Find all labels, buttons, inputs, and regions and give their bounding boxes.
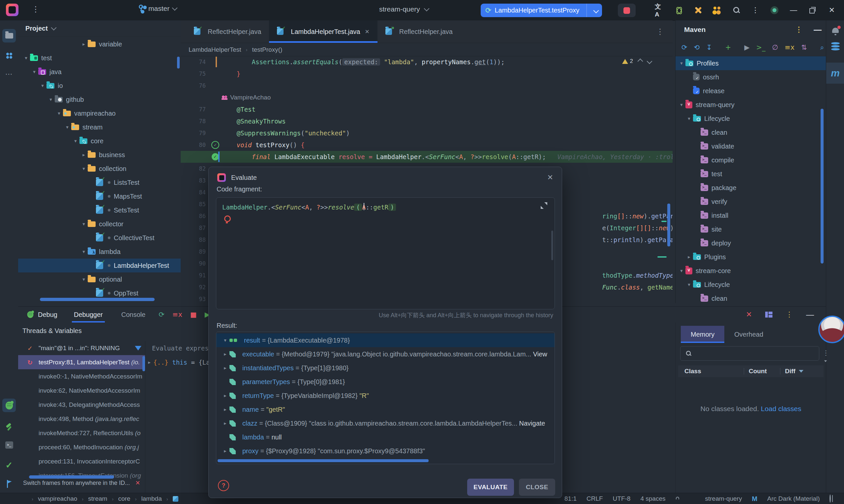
frames-vertical-scrollbar[interactable] xyxy=(142,356,145,371)
project-tree-item[interactable]: CollectiveTest xyxy=(18,231,181,245)
stack-frame-row[interactable]: invoke:498, Method (java.lang.reflec xyxy=(18,412,145,426)
project-tree-item[interactable]: SetsTest xyxy=(18,203,181,217)
line-number[interactable]: 84 xyxy=(181,186,209,198)
plugin-atom-icon[interactable] xyxy=(674,5,684,15)
project-horizontal-scrollbar[interactable] xyxy=(40,298,155,301)
input-scrollbar[interactable] xyxy=(551,231,553,260)
evaluate-button[interactable]: EVALUATE xyxy=(467,479,514,496)
debug-toolbar-icon[interactable]: ⟳ xyxy=(159,311,165,319)
statusbar-item[interactable]: UTF-8 xyxy=(613,495,631,502)
tree-chevron-icon[interactable]: ▾ xyxy=(685,282,693,288)
maven-toolbar-icon[interactable]: ∅ xyxy=(772,43,778,51)
result-tree-row[interactable]: lambda = null xyxy=(216,430,554,444)
main-menu-icon[interactable]: ⋮ xyxy=(32,5,39,14)
project-tree-item[interactable]: LambdaHelperTest xyxy=(18,258,181,272)
project-tree-item[interactable]: ▾ java xyxy=(18,65,181,79)
editor-tab[interactable]: ReflectHelper.java ✕ xyxy=(186,20,269,43)
project-tree-item[interactable]: ListsTest xyxy=(18,176,181,190)
result-tree-row[interactable]: ▸ proxy = {$Proxy9@1928} "com.sun.proxy.… xyxy=(216,444,554,458)
tree-chevron-icon[interactable]: ▾ xyxy=(47,96,55,103)
maven-tree-item[interactable]: ▸ Plugins xyxy=(675,250,826,264)
tree-chevron-icon[interactable]: ▾ xyxy=(677,102,685,108)
tree-chevron-icon[interactable]: ▾ xyxy=(63,124,71,130)
gutter-icon[interactable] xyxy=(212,153,219,160)
line-number[interactable]: 83 xyxy=(181,175,209,186)
maven-tree-item[interactable]: package xyxy=(675,181,826,195)
run-config-dropdown[interactable] xyxy=(590,6,602,14)
tree-chevron-icon[interactable]: ▾ xyxy=(221,337,229,343)
result-tree-row[interactable]: ▸ clazz = {Class@1909} "class io.github.… xyxy=(216,416,554,430)
translate-icon[interactable]: 文A xyxy=(655,5,665,15)
maven-toolbar-icon[interactable]: ↧ xyxy=(706,43,712,51)
project-switcher[interactable]: stream-query xyxy=(379,5,429,13)
statusbar-item[interactable]: 81:1 xyxy=(565,495,576,502)
maven-tree-item[interactable]: clean xyxy=(675,291,826,303)
maven-toolbar-icon[interactable]: ⟲ xyxy=(694,43,700,51)
breadcrumb-item[interactable]: lambda xyxy=(141,495,161,502)
gutter-icon[interactable] xyxy=(211,141,219,149)
project-tree-item[interactable]: MapsTest xyxy=(18,190,181,203)
line-number[interactable]: 89 xyxy=(181,246,209,257)
intention-bulb-icon[interactable] xyxy=(224,215,231,222)
maven-hide-icon[interactable]: — xyxy=(814,25,822,34)
stop-button[interactable] xyxy=(618,4,636,17)
record-icon[interactable] xyxy=(770,5,779,15)
run-configuration-button[interactable]: ⟳ LambdaHelperTest.testProxy xyxy=(481,4,602,17)
tree-chevron-icon[interactable]: ▸ xyxy=(221,407,229,412)
maven-tree-item[interactable]: ▾ stream-query xyxy=(675,98,826,112)
memory-tab[interactable]: Memory xyxy=(681,326,724,343)
result-tree-row[interactable]: ▾ result = {LambdaExecutable@1978} xyxy=(216,334,554,347)
maven-tree-item[interactable]: verify xyxy=(675,195,826,209)
result-tree-row[interactable]: ▸ executable = {Method@1979} "java.lang.… xyxy=(216,347,554,361)
line-number[interactable]: 90 xyxy=(181,257,209,269)
project-panel-header[interactable]: Project xyxy=(18,20,181,37)
maven-options-icon[interactable]: ⋮ xyxy=(795,25,803,34)
tools-icon[interactable] xyxy=(693,5,703,15)
line-number[interactable]: 80 xyxy=(181,139,209,151)
breadcrumb-item[interactable]: core xyxy=(118,495,130,502)
layout-settings-icon[interactable] xyxy=(765,312,773,318)
tree-chevron-icon[interactable]: ▾ xyxy=(677,268,685,274)
statusbar-item[interactable]: stream-query xyxy=(705,495,742,502)
database-tool-icon[interactable] xyxy=(831,42,840,44)
close-dialog-button[interactable]: CLOSE xyxy=(519,479,555,496)
project-tree-item[interactable]: ▾ collection xyxy=(18,162,181,176)
tree-chevron-icon[interactable]: ▸ xyxy=(685,254,693,260)
frames-horizontal-scrollbar[interactable] xyxy=(29,475,114,479)
maven-tree-item[interactable]: clean xyxy=(675,126,826,139)
statusbar-item[interactable]: CRLF xyxy=(586,495,603,502)
git-branch-widget[interactable]: master xyxy=(138,5,177,13)
line-number[interactable]: 79 xyxy=(181,127,209,139)
maven-tree-item[interactable]: ▾ stream-core xyxy=(675,264,826,278)
maven-toolbar-icon[interactable]: ⌕ xyxy=(820,43,824,51)
line-number[interactable] xyxy=(181,92,209,104)
project-tree-item[interactable]: ▸ business xyxy=(18,148,181,162)
debug-tab[interactable]: Debugger xyxy=(72,307,105,323)
tree-chevron-icon[interactable]: ▸ xyxy=(221,420,229,426)
column-class[interactable]: Class xyxy=(678,367,744,375)
editor-scrollbar[interactable] xyxy=(667,203,670,247)
close-tab-icon[interactable]: ✕ xyxy=(365,28,369,35)
dialog-close-icon[interactable]: ✕ xyxy=(547,173,553,182)
stack-frame-row[interactable]: ↻ testProxy:81, LambdaHelperTest (io. xyxy=(18,355,145,369)
structure-tool-button[interactable] xyxy=(2,49,16,62)
dismiss-banner-icon[interactable]: ✕ xyxy=(135,479,140,487)
memory-tab[interactable]: Overhead xyxy=(724,326,773,343)
more-tools-button[interactable]: ⋯ xyxy=(2,67,16,81)
line-number[interactable]: 78 xyxy=(181,115,209,127)
project-tree-item[interactable]: ▾ core xyxy=(18,134,181,148)
maven-toolbar-icon[interactable]: >_ xyxy=(756,43,765,51)
tree-chevron-icon[interactable]: ▸ xyxy=(221,351,229,357)
project-tree-item[interactable]: ▾ collector xyxy=(18,217,181,231)
tree-chevron-icon[interactable]: ▸ xyxy=(221,393,229,399)
statusbar-icon[interactable] xyxy=(829,494,831,503)
users-icon[interactable] xyxy=(712,5,722,15)
tree-chevron-icon[interactable]: ▾ xyxy=(55,110,63,116)
avatar[interactable] xyxy=(818,316,844,343)
stack-frame-row[interactable]: invoke:43, DelegatingMethodAccess xyxy=(18,398,145,412)
maven-toolbar-icon[interactable]: ⇅ xyxy=(801,43,807,51)
line-number[interactable]: 85 xyxy=(181,198,209,210)
tree-chevron-icon[interactable]: ▾ xyxy=(71,138,80,144)
statusbar-item[interactable]: Arc Dark (Material) xyxy=(767,495,820,502)
debug-tool-button[interactable] xyxy=(2,399,16,412)
